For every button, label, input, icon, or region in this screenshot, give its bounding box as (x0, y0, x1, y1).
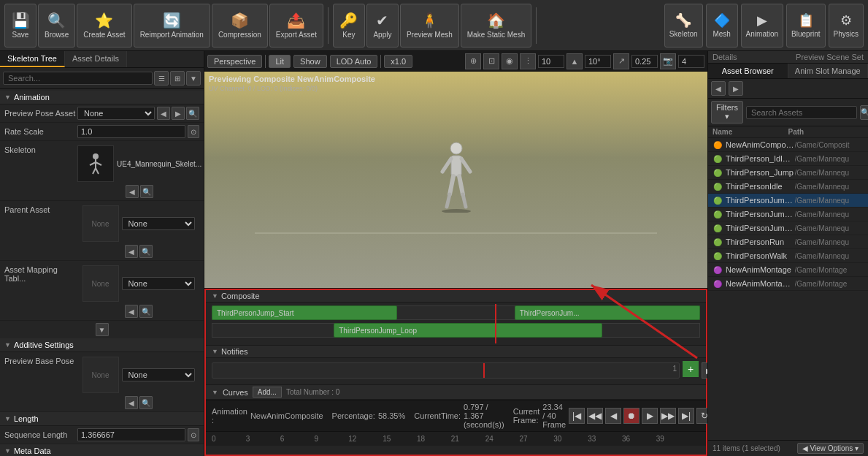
view-options-btn[interactable]: ◀ View Options ▾ (797, 443, 864, 454)
reimport-button[interactable]: 🔄 Reimport Animation (134, 4, 210, 48)
preview-pose-select[interactable]: None (77, 107, 155, 120)
parent-asset-select[interactable]: None (122, 217, 195, 230)
skip-end-btn[interactable]: ▶| (678, 408, 694, 424)
make-static-button[interactable]: 🏠 Make Static Mesh (461, 4, 531, 48)
back-btn[interactable]: ◀ (605, 408, 621, 424)
curves-header[interactable]: Curves Add... Total Number : 0 (206, 384, 706, 400)
right-search-icon[interactable]: 🔍 (860, 105, 868, 120)
asset-mapping-select[interactable]: None (122, 277, 195, 290)
parent-asset-nav-back[interactable]: ◀ (125, 245, 138, 258)
key-button[interactable]: 🔑 Key (333, 4, 365, 48)
asset-row[interactable]: 🟢 ThirdPersonJump_Loop /Game/Mannequ (708, 208, 868, 221)
asset-row[interactable]: 🟢 ThirdPersonIdle /Game/Mannequ (708, 180, 868, 194)
asset-browser-tab[interactable]: Asset Browser (708, 64, 788, 78)
rate-scale-input[interactable] (77, 125, 185, 138)
asset-row[interactable]: 🟠 NewAnimComposite /Game/Composit (708, 138, 868, 152)
vp-icon1[interactable]: ⊕ (465, 53, 481, 69)
list-view-button[interactable]: ☰ (154, 71, 169, 86)
vp-icon4[interactable]: ⋮ (520, 53, 536, 69)
save-button[interactable]: 💾 Save (4, 4, 37, 48)
anim-slot-tab[interactable]: Anim Slot Manage (788, 64, 869, 78)
vp-grid-num4[interactable] (678, 55, 704, 68)
vp-grid-num1[interactable] (538, 55, 564, 68)
perspective-btn[interactable]: Perspective (207, 55, 262, 68)
add-curve-btn[interactable]: Add... (253, 387, 282, 398)
seq-length-input[interactable] (77, 428, 185, 441)
asset-details-tab[interactable]: Asset Details (65, 51, 127, 67)
mesh-mode-button[interactable]: 🔷 Mesh (706, 4, 738, 48)
length-section-header[interactable]: Length (0, 412, 204, 426)
viewport[interactable]: Previewing Composite NewAnimComposite UV… (204, 72, 707, 288)
skeleton-search[interactable]: 🔍 (140, 185, 153, 198)
parent-asset-search[interactable]: 🔍 (139, 245, 153, 258)
notify-add-btn[interactable]: + (683, 361, 699, 377)
track-jump-start[interactable]: ThirdPersonJump_Start (212, 305, 397, 320)
asset-mapping-nav-back[interactable]: ◀ (125, 305, 138, 318)
seq-length-spinner[interactable]: ⊙ (188, 428, 199, 441)
asset-row[interactable]: 🟢 ThirdPerson_Jump /Game/Mannequ (708, 166, 868, 180)
create-asset-button[interactable]: ⭐ Create Asset (77, 4, 131, 48)
skeleton-tree-tab[interactable]: Skeleton Tree (0, 51, 65, 67)
vp-grid-icon1[interactable]: ▲ (566, 53, 583, 69)
left-search-input[interactable] (3, 72, 153, 85)
asset-row[interactable]: 🟢 ThirdPersonRun /Game/Mannequ (708, 235, 868, 249)
browse-button[interactable]: 🔍 Browse (38, 4, 75, 48)
vp-grid-num3[interactable] (631, 55, 658, 68)
svg-line-13 (463, 194, 466, 207)
preview-pose-nav-back[interactable]: ◀ (157, 107, 170, 120)
skeleton-nav-back[interactable]: ◀ (126, 185, 139, 198)
skeleton-mode-button[interactable]: 🦴 Skeleton (664, 4, 703, 48)
filter-button[interactable]: ▼ (186, 71, 201, 86)
vp-icon2[interactable]: ⊡ (483, 53, 499, 69)
asset-row[interactable]: 🟣 NewAnimMontage_Child /Game/Montage (708, 277, 868, 291)
track-jump-loop[interactable]: ThirdPersonJump_Loop (334, 323, 602, 338)
animation-section-header[interactable]: Animation (0, 91, 204, 104)
prev-frame-btn[interactable]: ◀◀ (587, 408, 603, 424)
asset-row[interactable]: 🟢 ThirdPersonJump_Start /Game/Mannequ (708, 221, 868, 235)
track-jump-end[interactable]: ThirdPersonJum... (515, 305, 700, 320)
record-btn[interactable]: ⏺ (623, 408, 640, 424)
apply-button[interactable]: ✔ Apply (366, 4, 399, 48)
preview-base-select[interactable]: None (122, 368, 195, 381)
meta-section-header[interactable]: Meta Data (0, 444, 204, 456)
physics-mode-button[interactable]: ⚙ Physics (829, 4, 864, 48)
expand-button[interactable]: ⊞ (170, 71, 185, 86)
compression-button[interactable]: 📦 Compression (212, 4, 268, 48)
preview-base-nav-back[interactable]: ◀ (125, 396, 138, 409)
skeleton-mode-icon: 🦴 (675, 12, 691, 28)
right-nav-back[interactable]: ◀ (711, 81, 726, 96)
play-btn[interactable]: ▶ (642, 408, 658, 424)
notifies-header[interactable]: Notifies (206, 345, 706, 358)
asset-row[interactable]: 🟢 ThirdPersonWalk /Game/Mannequ (708, 249, 868, 263)
loop-btn[interactable]: ↻ (696, 408, 707, 424)
preview-mesh-button[interactable]: 🧍 Preview Mesh (400, 4, 459, 48)
preview-base-search[interactable]: 🔍 (139, 396, 153, 409)
vp-grid-icon2[interactable]: ↗ (613, 53, 629, 69)
notify-extra-btn[interactable]: ▶ (702, 362, 707, 379)
composite-header[interactable]: Composite (206, 290, 706, 303)
asset-row[interactable]: 🟢 ThirdPerson_IdleRun_2D /Game/Mannequ (708, 152, 868, 166)
filters-btn[interactable]: Filters ▾ (711, 101, 743, 123)
lit-btn[interactable]: Lit (269, 55, 291, 68)
animation-mode-button[interactable]: ▶ Animation (741, 4, 783, 48)
asset-row[interactable]: 🟣 NewAnimMontage /Game/Montage (708, 263, 868, 277)
right-search-input[interactable] (746, 106, 857, 119)
collapse-btn[interactable]: ▼ (96, 323, 109, 336)
rate-scale-spinner[interactable]: ⊙ (188, 125, 199, 138)
blueprint-mode-button[interactable]: 📋 Blueprint (786, 4, 825, 48)
next-frame-btn[interactable]: ▶▶ (660, 408, 676, 424)
asset-row[interactable]: 🟢 ThirdPersonJump_End /Game/Mannequ (708, 194, 868, 208)
vp-grid-num2[interactable] (585, 55, 611, 68)
preview-pose-nav-fwd[interactable]: ▶ (172, 107, 185, 120)
preview-pose-search[interactable]: 🔍 (186, 107, 199, 120)
export-button[interactable]: 📤 Export Asset (269, 4, 323, 48)
lod-btn[interactable]: LOD Auto (330, 55, 378, 68)
vp-camera-icon[interactable]: 📷 (660, 53, 676, 69)
show-btn[interactable]: Show (293, 55, 327, 68)
skip-start-btn[interactable]: |◀ (569, 408, 585, 424)
right-nav-fwd[interactable]: ▶ (729, 81, 743, 96)
vp-icon3[interactable]: ◉ (502, 53, 518, 69)
additive-section-header[interactable]: Additive Settings (0, 338, 204, 352)
asset-mapping-search[interactable]: 🔍 (139, 305, 153, 318)
scale-btn[interactable]: x1.0 (384, 55, 412, 68)
